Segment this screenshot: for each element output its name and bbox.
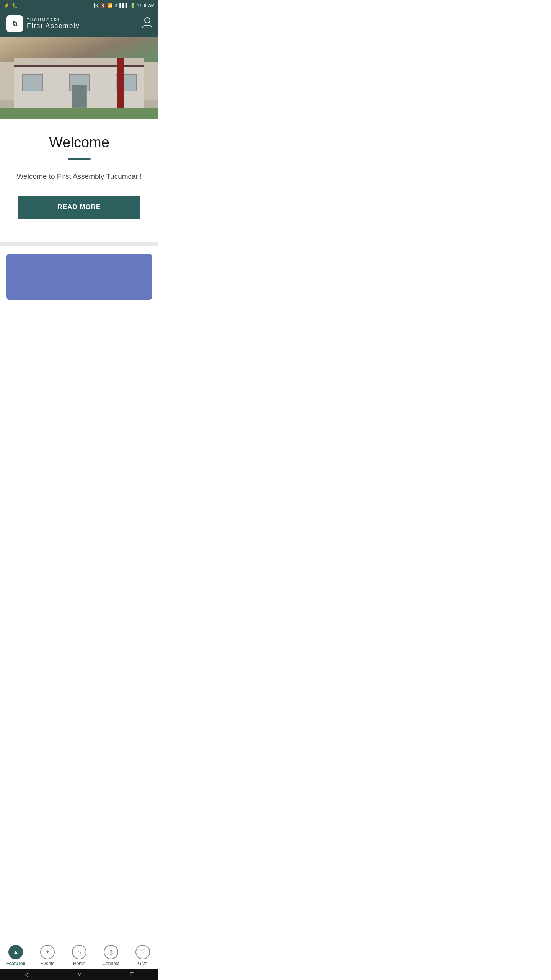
welcome-subtitle: Welcome to First Assembly Tucumcari! <box>9 171 149 182</box>
user-profile-icon[interactable] <box>142 17 152 31</box>
nfc-icon: N <box>94 3 99 8</box>
status-bar: ⚡ 🐛 N 🔇 📶 ⊗ ▌▌▌ 🔋 11:06 AM <box>0 0 158 11</box>
building-door <box>72 85 87 108</box>
logo-icon: fa <box>6 15 23 32</box>
red-column <box>117 58 124 108</box>
logo-name: First Assembly <box>27 22 80 30</box>
read-more-button[interactable]: READ MORE <box>18 196 140 219</box>
logo-tagline: TUCUMCARI <box>27 18 80 22</box>
window-left <box>22 74 43 91</box>
usb-icon: ⚡ <box>4 3 10 8</box>
status-right-icons: N 🔇 📶 ⊗ ▌▌▌ 🔋 11:06 AM <box>94 3 155 8</box>
app-header: fa TUCUMCARI First Assembly <box>0 11 158 37</box>
building-facade <box>14 65 144 108</box>
signal-icon: ▌▌▌ <box>119 3 128 8</box>
building <box>14 58 144 108</box>
logo: fa TUCUMCARI First Assembly <box>6 15 80 32</box>
battery-icon: 🔋 <box>130 3 135 8</box>
hero-image <box>0 37 158 119</box>
mute-icon: 🔇 <box>101 3 106 8</box>
svg-point-0 <box>145 18 150 23</box>
section-divider <box>0 242 158 246</box>
featured-card[interactable] <box>6 254 152 300</box>
grass <box>0 106 158 119</box>
title-divider <box>68 158 91 160</box>
debug-icon: 🐛 <box>12 3 18 8</box>
time: 11:06 AM <box>137 3 155 8</box>
welcome-title: Welcome <box>9 134 149 151</box>
logo-text: TUCUMCARI First Assembly <box>27 18 80 30</box>
signal-blocked-icon: ⊗ <box>114 3 118 8</box>
welcome-section: Welcome Welcome to First Assembly Tucumc… <box>0 119 158 230</box>
status-left-icons: ⚡ 🐛 <box>4 3 18 8</box>
wifi-icon: 📶 <box>108 3 113 8</box>
